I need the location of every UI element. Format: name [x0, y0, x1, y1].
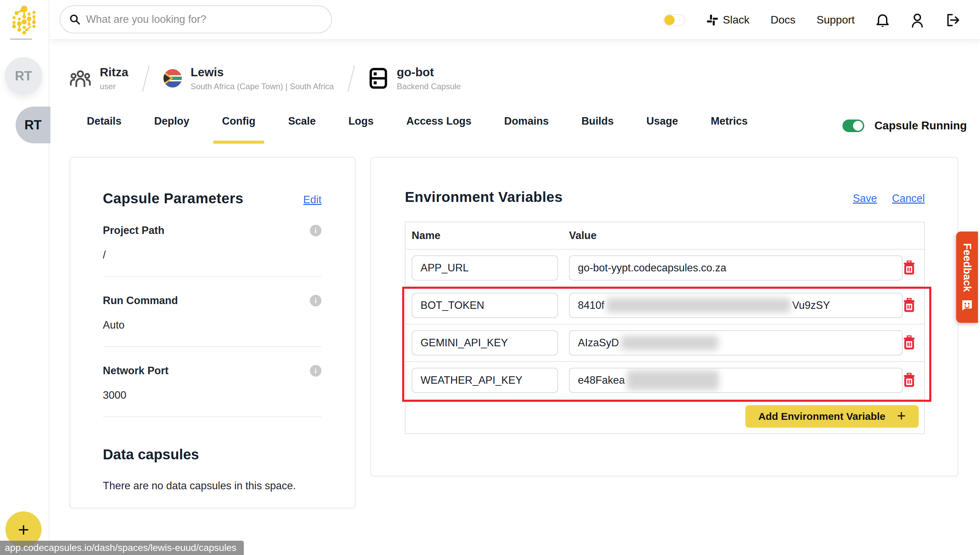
tab-builds[interactable]: Builds: [581, 115, 614, 131]
env-value-input[interactable]: e48Fakea: [569, 368, 903, 393]
env-column-name: Name: [412, 229, 558, 242]
data-capsules-empty-text: There are no data capsules in this space…: [103, 480, 321, 492]
breadcrumb-separator: [348, 65, 355, 91]
tab-usage[interactable]: Usage: [646, 115, 678, 131]
trash-icon: [903, 373, 916, 388]
feedback-tab[interactable]: Feedback: [956, 231, 978, 323]
search-bar[interactable]: [59, 5, 332, 34]
trash-icon: [903, 298, 916, 313]
data-capsules-title: Data capsules: [103, 446, 321, 463]
info-icon[interactable]: i: [310, 295, 321, 306]
south-africa-flag-icon: [164, 69, 182, 88]
delete-variable-button[interactable]: [903, 260, 916, 276]
delete-variable-button[interactable]: [903, 335, 916, 350]
env-name-input[interactable]: WEATHER_API_KEY: [412, 368, 558, 393]
notifications-button[interactable]: [876, 13, 889, 27]
docs-label: Docs: [771, 14, 796, 26]
space-avatar[interactable]: RT: [16, 107, 50, 143]
slack-label: Slack: [723, 14, 749, 26]
delete-variable-button[interactable]: [903, 373, 916, 388]
capsule-running-control: Capsule Running: [842, 119, 967, 132]
capsule-parameters-title: Capsule Parameters: [103, 190, 244, 207]
divider: [103, 416, 321, 417]
docs-link[interactable]: Docs: [771, 14, 796, 26]
tab-metrics[interactable]: Metrics: [711, 115, 748, 131]
codecapsules-logo-icon[interactable]: [11, 4, 37, 35]
breadcrumb-space[interactable]: Lewis South Africa (Cape Town) | South A…: [164, 66, 334, 91]
bell-icon: [876, 13, 889, 27]
sidebar-divider: [10, 38, 32, 40]
network-port-label: Network Port: [103, 365, 168, 377]
breadcrumb-capsule[interactable]: go-bot Backend Capsule: [369, 66, 461, 91]
divider: [103, 276, 321, 277]
trash-icon: [903, 335, 916, 350]
edit-link[interactable]: Edit: [303, 194, 321, 206]
run-command-field: Run Command i Auto: [103, 295, 321, 347]
breadcrumb-user-title: Ritza: [100, 66, 128, 79]
trash-icon: [903, 260, 916, 276]
support-label: Support: [816, 14, 855, 26]
capsule-tabs: Details Deploy Config Scale Logs Access …: [87, 115, 748, 131]
env-column-value: Value: [569, 229, 597, 242]
env-name-input[interactable]: BOT_TOKEN: [412, 293, 558, 318]
team-icon: [70, 68, 91, 89]
support-link[interactable]: Support: [816, 14, 855, 26]
add-environment-variable-button[interactable]: Add Environment Variable +: [745, 405, 919, 428]
capsule-running-label: Capsule Running: [874, 119, 967, 132]
capsule-running-toggle[interactable]: [842, 120, 864, 132]
capsule-icon: [369, 68, 388, 89]
breadcrumb-user[interactable]: Ritza user: [70, 66, 128, 91]
tab-access-logs[interactable]: Access Logs: [406, 115, 471, 131]
env-table-footer: Add Environment Variable +: [406, 399, 924, 433]
account-button[interactable]: [911, 13, 924, 27]
search-icon: [69, 13, 81, 26]
delete-variable-button[interactable]: [903, 298, 916, 313]
run-command-label: Run Command: [103, 295, 178, 307]
breadcrumb-capsule-title: go-bot: [397, 66, 461, 79]
network-port-value: 3000: [103, 389, 321, 401]
save-link[interactable]: Save: [853, 192, 877, 205]
info-icon[interactable]: i: [310, 365, 321, 377]
cancel-link[interactable]: Cancel: [892, 192, 925, 205]
tab-details[interactable]: Details: [87, 115, 122, 131]
slack-link[interactable]: Slack: [707, 14, 749, 26]
tab-scale[interactable]: Scale: [288, 115, 316, 131]
tab-config[interactable]: Config: [222, 115, 255, 131]
run-command-value: Auto: [103, 319, 321, 331]
logout-icon: [945, 13, 960, 27]
env-row-app-url: APP_URL go-bot-yypt.codecapsules.co.za: [406, 249, 924, 286]
breadcrumb-capsule-subtitle: Backend Capsule: [397, 82, 461, 91]
env-value-input[interactable]: 8410f Vu9zSY: [569, 293, 903, 318]
env-name-input[interactable]: GEMINI_API_KEY: [412, 330, 558, 356]
project-path-label: Project Path: [103, 225, 164, 237]
env-name-input[interactable]: APP_URL: [412, 255, 558, 281]
env-value-input[interactable]: AIzaSyD: [569, 330, 903, 356]
redacted-value: [621, 336, 718, 350]
breadcrumb-space-subtitle: South Africa (Cape Town) | South Africa: [191, 82, 334, 91]
feedback-label: Feedback: [961, 243, 973, 292]
env-value-input[interactable]: go-bot-yypt.codecapsules.co.za: [569, 255, 903, 281]
theme-toggle-knob: [664, 15, 675, 25]
info-icon[interactable]: i: [310, 225, 321, 236]
plus-icon: +: [897, 407, 906, 424]
redacted-value: [627, 371, 719, 390]
tab-domains[interactable]: Domains: [504, 115, 549, 131]
tab-logs[interactable]: Logs: [348, 115, 374, 131]
project-path-field: Project Path i /: [103, 225, 321, 277]
tab-deploy[interactable]: Deploy: [154, 115, 189, 131]
breadcrumb: Ritza user Lewis South Africa (Cape Town…: [70, 65, 461, 92]
environment-variables-title: Environment Variables: [405, 189, 563, 205]
redacted-value: [606, 298, 790, 313]
logout-button[interactable]: [945, 13, 960, 27]
env-table-header: Name Value: [406, 222, 924, 249]
user-avatar[interactable]: RT: [5, 57, 42, 95]
environment-variables-table: Name Value APP_URL go-bot-yypt.codecapsu…: [405, 222, 925, 434]
topbar: Slack Docs Support: [50, 0, 980, 40]
theme-toggle[interactable]: [663, 14, 685, 26]
status-bar-url: app.codecapsules.io/dash/spaces/lewis-eu…: [0, 541, 244, 555]
search-input[interactable]: [86, 13, 322, 26]
plus-icon: +: [18, 518, 29, 541]
slack-icon: [707, 14, 718, 26]
sidebar: RT RT: [0, 0, 50, 555]
breadcrumb-user-subtitle: user: [100, 82, 128, 91]
